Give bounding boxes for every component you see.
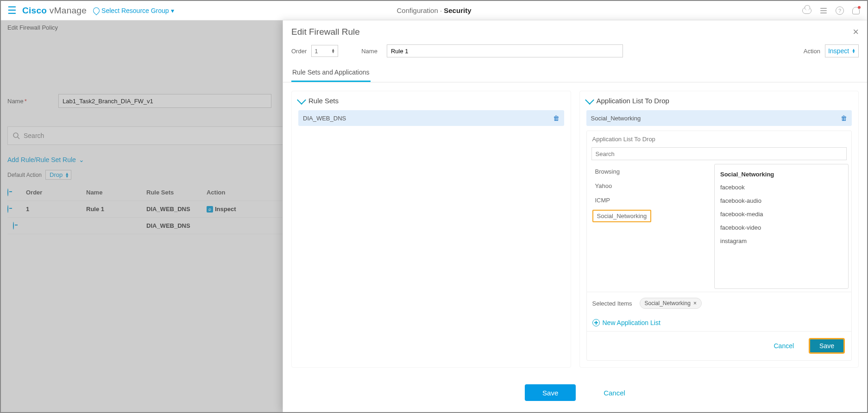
brand-label: Cisco vManage — [22, 6, 87, 16]
panel-save-button[interactable]: Save — [525, 384, 576, 401]
editor-save-button[interactable]: Save — [809, 338, 845, 354]
list-item-selected[interactable]: Social_Networking — [592, 210, 652, 222]
trash-icon[interactable]: 🗑 — [553, 114, 560, 122]
resource-group-selector[interactable]: Select Resource Group ▾ — [93, 7, 174, 14]
list-item[interactable]: ICMP — [592, 195, 712, 205]
notifications-icon[interactable] — [851, 6, 861, 15]
app-members-list: Social_Networking facebook facebook-audi… — [714, 164, 849, 289]
list-item[interactable]: Yahoo — [592, 181, 712, 191]
app-list-current-item[interactable]: Social_Networking 🗑 — [586, 110, 852, 126]
rule-name-input[interactable] — [387, 44, 623, 57]
cloud-icon[interactable] — [802, 6, 811, 15]
list-item[interactable]: instagram — [715, 234, 848, 248]
list-item[interactable]: facebook-video — [715, 221, 848, 234]
location-pin-icon — [92, 6, 101, 15]
help-icon[interactable]: ? — [836, 6, 844, 15]
new-application-list-link[interactable]: New Application List — [587, 314, 852, 332]
tab-rule-sets-apps[interactable]: Rule Sets and Applications — [291, 64, 371, 82]
menu-stack-icon[interactable] — [819, 6, 828, 15]
selected-tag[interactable]: Social_Networking × — [640, 298, 702, 309]
editor-cancel-button[interactable]: Cancel — [764, 338, 803, 354]
trash-icon[interactable]: 🗑 — [841, 114, 847, 122]
app-list-editor: Application List To Drop Browsing Yahoo … — [586, 131, 852, 361]
list-item[interactable]: facebook — [715, 181, 848, 194]
rule-set-item[interactable]: DIA_WEB_DNS 🗑 — [298, 110, 564, 126]
order-select[interactable]: 1 ▲▼ — [311, 45, 338, 57]
app-search-input[interactable] — [591, 147, 847, 160]
edit-icon[interactable] — [585, 95, 594, 105]
rule-sets-card: Rule Sets DIA_WEB_DNS 🗑 — [291, 91, 571, 368]
group-heading: Social_Networking — [715, 168, 848, 181]
action-select[interactable]: Inspect ▲▼ — [825, 44, 859, 57]
app-list-card: Application List To Drop Social_Networki… — [579, 91, 859, 368]
list-item[interactable]: facebook-media — [715, 207, 848, 221]
caret-down-icon: ▾ — [171, 7, 174, 14]
app-list-title: Application List To Drop — [597, 97, 669, 105]
list-item[interactable]: facebook-audio — [715, 194, 848, 207]
sort-icon: ▲▼ — [331, 49, 335, 53]
plus-circle-icon — [592, 319, 600, 326]
rule-sets-title: Rule Sets — [308, 97, 339, 105]
list-item[interactable]: Browsing — [592, 167, 712, 176]
action-label: Action — [804, 48, 820, 55]
edit-icon[interactable] — [297, 95, 306, 105]
editor-title: Application List To Drop — [587, 131, 852, 145]
order-label: Order — [291, 48, 307, 55]
panel-footer: Save Cancel — [283, 376, 867, 412]
panel-title: Edit Firewall Rule — [291, 27, 360, 37]
panel-cancel-button[interactable]: Cancel — [604, 384, 625, 401]
top-bar: ☰ Cisco vManage Select Resource Group ▾ … — [1, 1, 867, 20]
sort-icon: ▲▼ — [852, 49, 855, 53]
close-icon[interactable]: × — [853, 27, 859, 37]
edit-rule-panel: Edit Firewall Rule × Order 1 ▲▼ Name Act… — [283, 20, 867, 412]
hamburger-icon[interactable]: ☰ — [7, 5, 17, 17]
remove-tag-icon[interactable]: × — [693, 300, 697, 307]
breadcrumb: Configuration · Security — [397, 6, 472, 14]
selected-items-label: Selected Items — [592, 300, 632, 307]
rule-name-label: Name — [361, 48, 377, 55]
